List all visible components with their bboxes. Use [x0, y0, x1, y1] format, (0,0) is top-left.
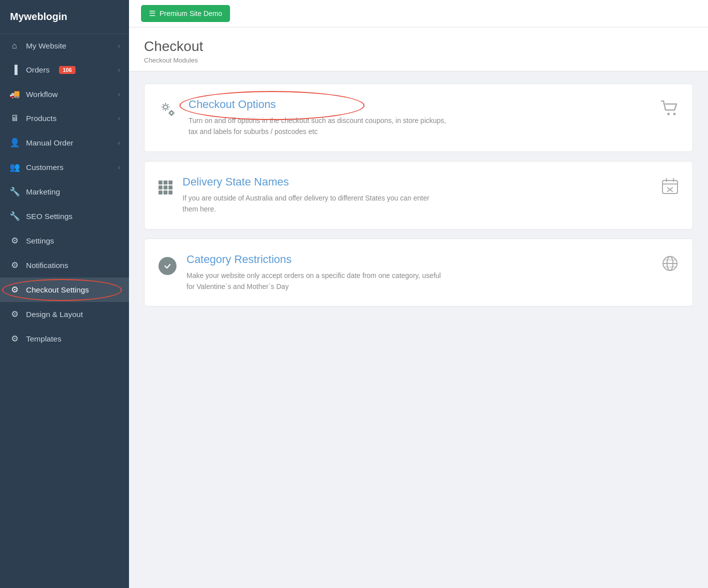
sidebar-item-label: Design & Layout: [26, 310, 83, 319]
check-circle-icon: [158, 257, 176, 275]
workflow-icon: 🚚: [9, 89, 20, 100]
svg-point-2: [668, 113, 670, 116]
svg-rect-4: [662, 180, 678, 194]
topbar: ☰ Premium Site Demo: [129, 0, 708, 28]
home-icon: ⌂: [9, 41, 20, 51]
sidebar-item-products[interactable]: 🖥 Products ‹: [0, 106, 129, 130]
module-info: Checkout Options Turn on and off options…: [188, 98, 650, 138]
sidebar-item-label: SEO Settings: [26, 212, 72, 221]
sidebar-item-label: Marketing: [26, 188, 60, 196]
module-icon-wrap: [158, 178, 172, 194]
sidebar-item-label: Workflow: [26, 90, 58, 99]
sidebar-item-checkout-settings[interactable]: ⚙ Checkout Settings: [0, 278, 129, 302]
sidebar-header: Myweblogin: [0, 0, 129, 34]
sidebar-item-settings[interactable]: ⚙ Settings: [0, 228, 129, 253]
sidebar-item-manual-order[interactable]: 👤 Manual Order ‹: [0, 130, 129, 155]
globe-icon: [662, 255, 678, 276]
sidebar-item-design-layout[interactable]: ⚙ Design & Layout: [0, 302, 129, 326]
svg-point-3: [674, 113, 676, 116]
sidebar-item-label: Settings: [26, 236, 54, 246]
module-left: Delivery State Names If you are outside …: [158, 176, 652, 215]
sidebar-item-label: Checkout Settings: [26, 286, 89, 294]
menu-icon: ☰: [149, 9, 156, 18]
sidebar-item-marketing[interactable]: 🔧 Marketing: [0, 180, 129, 204]
marketing-icon: 🔧: [9, 186, 20, 197]
module-desc-checkout-options: Turn on and off options in the checkout …: [188, 115, 448, 138]
sidebar-item-workflow[interactable]: 🚚 Workflow ‹: [0, 82, 129, 106]
checkout-settings-icon: ⚙: [9, 284, 20, 295]
page-title: Checkout: [144, 38, 693, 54]
chevron-icon: ‹: [118, 42, 120, 50]
gear-double-icon: [158, 100, 178, 120]
site-demo-button[interactable]: ☰ Premium Site Demo: [141, 5, 230, 22]
templates-icon: ⚙: [9, 334, 20, 344]
products-icon: 🖥: [9, 114, 20, 124]
module-card-delivery-state-names: Delivery State Names If you are outside …: [144, 161, 693, 230]
sidebar-item-label: Customers: [26, 163, 64, 172]
chevron-icon: ‹: [118, 140, 120, 146]
svg-point-0: [164, 105, 168, 109]
svg-point-5: [162, 261, 172, 271]
grid-icon: [158, 180, 172, 194]
module-icon-wrap: [158, 100, 178, 122]
module-left: Category Restrictions Make your website …: [158, 253, 652, 292]
sidebar-item-label: Products: [26, 114, 56, 123]
orders-badge: 106: [59, 66, 75, 74]
module-card-checkout-options: Checkout Options Turn on and off options…: [144, 84, 693, 152]
sidebar-item-label: Manual Order: [26, 138, 74, 148]
module-info: Delivery State Names If you are outside …: [182, 176, 652, 215]
module-title-delivery-state-names[interactable]: Delivery State Names: [182, 176, 652, 188]
manual-order-icon: 👤: [9, 138, 20, 148]
checkout-options-title-wrap: Checkout Options: [188, 98, 276, 115]
main-content: ☰ Premium Site Demo Checkout Checkout Mo…: [129, 0, 708, 588]
sidebar-item-label: My Website: [26, 42, 66, 50]
chevron-icon: ‹: [118, 91, 120, 98]
breadcrumb: Checkout Modules: [144, 56, 693, 71]
cart-icon: [660, 100, 678, 120]
sidebar-item-templates[interactable]: ⚙ Templates: [0, 326, 129, 351]
sidebar-item-my-website[interactable]: ⌂ My Website ‹: [0, 34, 129, 58]
design-icon: ⚙: [9, 309, 20, 320]
sidebar-item-label: Templates: [26, 334, 62, 344]
notifications-icon: ⚙: [9, 260, 20, 270]
sidebar-item-seo-settings[interactable]: 🔧 SEO Settings: [0, 204, 129, 228]
module-icon-wrap: [158, 255, 176, 275]
module-desc-category-restrictions: Make your website only accept orders on …: [186, 270, 446, 292]
sidebar-item-label: Notifications: [26, 261, 68, 270]
chevron-icon: ‹: [118, 115, 120, 122]
sidebar-item-label: Orders: [26, 66, 50, 74]
sidebar-item-notifications[interactable]: ⚙ Notifications: [0, 253, 129, 278]
site-demo-label: Premium Site Demo: [160, 10, 222, 18]
sidebar: Myweblogin ⌂ My Website ‹ ▐ Orders 106 ‹…: [0, 0, 129, 588]
page-header: Checkout Checkout Modules: [129, 28, 708, 72]
chevron-icon: ‹: [118, 164, 120, 171]
modules-area: Checkout Options Turn on and off options…: [129, 72, 708, 328]
calendar-x-icon: [662, 178, 678, 198]
module-title-checkout-options[interactable]: Checkout Options: [188, 98, 276, 111]
chevron-icon: ‹: [118, 66, 120, 74]
settings-icon: ⚙: [9, 236, 20, 246]
module-left: Checkout Options Turn on and off options…: [158, 98, 650, 138]
svg-point-1: [170, 112, 173, 114]
module-card-category-restrictions: Category Restrictions Make your website …: [144, 238, 693, 307]
seo-icon: 🔧: [9, 211, 20, 222]
bar-chart-icon: ▐: [9, 65, 20, 75]
sidebar-item-orders[interactable]: ▐ Orders 106 ‹: [0, 58, 129, 82]
module-info: Category Restrictions Make your website …: [186, 253, 652, 292]
customers-icon: 👥: [9, 162, 20, 172]
module-desc-delivery-state-names: If you are outside of Australia and offe…: [182, 192, 442, 215]
sidebar-item-customers[interactable]: 👥 Customers ‹: [0, 155, 129, 180]
module-title-category-restrictions[interactable]: Category Restrictions: [186, 253, 652, 266]
